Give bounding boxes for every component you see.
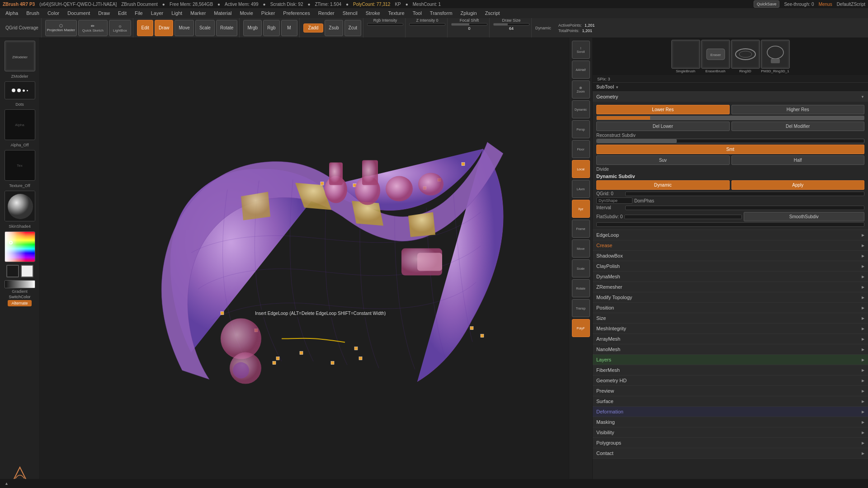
quicksave-button[interactable]: QuickSave xyxy=(754,0,780,8)
higher-res-button[interactable]: Higher Res xyxy=(731,105,865,114)
swatch-white[interactable] xyxy=(21,265,33,277)
lower-res-button[interactable]: Lower Res xyxy=(596,105,730,114)
dynamic-button[interactable]: Dynamic xyxy=(596,180,730,190)
menu-picker[interactable]: Picker xyxy=(258,9,279,17)
menu-material[interactable]: Material xyxy=(210,9,235,17)
brush-thumbnail[interactable]: ZModeler xyxy=(5,41,35,71)
contact-item[interactable]: Contact ▶ xyxy=(593,448,868,459)
crease-item[interactable]: Crease ▶ xyxy=(593,240,868,251)
swatch-black[interactable] xyxy=(6,265,19,277)
menu-brush[interactable]: Brush xyxy=(23,9,43,17)
deformation-item[interactable]: Deformation ▶ xyxy=(593,407,868,417)
arraymesh-item[interactable]: ArrayMesh ▶ xyxy=(593,334,868,344)
menu-draw[interactable]: Draw xyxy=(94,9,113,17)
visibility-item[interactable]: Visibility ▶ xyxy=(593,427,868,438)
menu-render[interactable]: Render xyxy=(315,9,338,17)
menu-transform[interactable]: Transform xyxy=(426,9,456,17)
m-button[interactable]: M xyxy=(281,20,297,36)
dots-preview[interactable] xyxy=(5,81,35,99)
texture-preview[interactable]: Tex xyxy=(5,150,35,181)
dynamic-view-button[interactable]: Dynamic xyxy=(572,100,590,118)
lightbox-button[interactable]: ☼ LightBox xyxy=(109,20,131,36)
eraser-brush-thumb[interactable]: Eraser xyxy=(701,40,730,69)
rotate-button[interactable]: Rotate xyxy=(216,20,237,36)
menu-movie[interactable]: Movie xyxy=(236,9,256,17)
material-preview[interactable] xyxy=(5,191,35,221)
subtool-header[interactable]: SubTool ▼ xyxy=(593,83,868,92)
zremesher-item[interactable]: ZRemesher ▶ xyxy=(593,282,868,292)
menu-light[interactable]: Light xyxy=(168,9,186,17)
menu-marker[interactable]: Marker xyxy=(187,9,209,17)
claypolish-item[interactable]: ClayPolish ▶ xyxy=(593,261,868,272)
menu-stencil[interactable]: Stencil xyxy=(339,9,361,17)
meshintegrity-item[interactable]: MeshIntegrity ▶ xyxy=(593,324,868,334)
laxm-button[interactable]: LAxm xyxy=(572,180,590,198)
zoom-button[interactable]: ⊕ Zoom xyxy=(572,80,590,99)
menu-color[interactable]: Color xyxy=(44,9,63,17)
menu-document[interactable]: Document xyxy=(64,9,94,17)
canvas-area[interactable]: Insert EdgeLoop (ALT=Delete EdgeLoop SHI… xyxy=(40,38,569,488)
zsub-button[interactable]: Zsub xyxy=(325,20,343,36)
masking-item[interactable]: Masking ▶ xyxy=(593,417,868,427)
scale-button[interactable]: Scale xyxy=(195,20,215,36)
menu-file[interactable]: File xyxy=(131,9,146,17)
rgb-button[interactable]: Rgb xyxy=(263,20,279,36)
xyz-button[interactable]: Xyz xyxy=(572,200,590,218)
position-item[interactable]: Position ▶ xyxy=(593,303,868,313)
color-picker[interactable] xyxy=(5,231,35,262)
smooth-subdiv-button[interactable]: SmoothSubdiv xyxy=(744,212,864,221)
menu-texture[interactable]: Texture xyxy=(385,9,408,17)
rotate-view-button[interactable]: Rotate xyxy=(572,279,590,297)
divide-label[interactable]: Divide xyxy=(596,167,609,172)
size-item[interactable]: Size ▶ xyxy=(593,313,868,324)
dynamesh-item[interactable]: DynaMesh ▶ xyxy=(593,272,868,282)
scroll-button[interactable]: ↕ Scroll xyxy=(572,41,590,59)
alpha-preview[interactable]: Alpha xyxy=(5,109,35,140)
surface-item[interactable]: Surface ▶ xyxy=(593,396,868,407)
floor-button[interactable]: Floor xyxy=(572,140,590,158)
defaultzscript-label[interactable]: DefaultZScript xyxy=(837,2,865,7)
pm-ring3d-thumb[interactable] xyxy=(761,40,790,69)
apply-button[interactable]: Apply xyxy=(731,180,865,190)
menu-preferences[interactable]: Preferences xyxy=(279,9,313,17)
menu-alpha[interactable]: Alpha xyxy=(2,9,22,17)
quick-sketch-button[interactable]: ✏ Quick Sketch xyxy=(78,20,108,36)
fibermesh-item[interactable]: FiberMesh ▶ xyxy=(593,365,868,375)
aahalf-button[interactable]: AAHalf xyxy=(572,61,590,79)
suv-button[interactable]: Suv xyxy=(596,155,730,165)
menu-layer[interactable]: Layer xyxy=(147,9,167,17)
switch-color-button[interactable]: SwitchColor xyxy=(9,295,30,299)
frame-button[interactable]: Frame xyxy=(572,220,590,238)
zadd-button[interactable]: Zadd xyxy=(303,23,324,33)
smt-button[interactable]: Smt xyxy=(596,145,864,154)
menu-edit[interactable]: Edit xyxy=(114,9,130,17)
persp-button[interactable]: Persp xyxy=(572,120,590,138)
ring3d-thumb[interactable] xyxy=(731,40,760,69)
gradient-bar[interactable] xyxy=(5,280,35,288)
move-view-button[interactable]: Move xyxy=(572,239,590,258)
menus-label[interactable]: Menus xyxy=(819,2,832,7)
menu-stroke[interactable]: Stroke xyxy=(362,9,384,17)
shadowbox-item[interactable]: ShadowBox ▶ xyxy=(593,251,868,261)
edgeloop-item[interactable]: EdgeLoop ▶ xyxy=(593,230,868,240)
menu-zscript[interactable]: Zscript xyxy=(481,9,504,17)
modify-topology-item[interactable]: Modify Topology ▶ xyxy=(593,292,868,303)
move-button[interactable]: Move xyxy=(175,20,193,36)
zcut-button[interactable]: Zcut xyxy=(344,20,361,36)
preview-item[interactable]: Preview ▶ xyxy=(593,386,868,396)
del-lower-button[interactable]: Del Lower xyxy=(596,122,730,131)
local-button[interactable]: Local xyxy=(572,160,590,178)
scale-view-button[interactable]: Scale xyxy=(572,259,590,277)
draw-button[interactable]: Draw xyxy=(155,20,173,36)
alternate-button[interactable]: Alternate xyxy=(8,300,31,306)
layers-item[interactable]: Layers ▶ xyxy=(593,355,868,365)
polygroups-item[interactable]: Polygroups ▶ xyxy=(593,438,868,448)
menu-zplugin[interactable]: Zplugin xyxy=(457,9,481,17)
geometry-header[interactable]: Geometry ▼ xyxy=(593,92,868,102)
nanomesh-item[interactable]: NanoMesh ▶ xyxy=(593,344,868,355)
projection-master-button[interactable]: ⬡ Projection Master xyxy=(45,20,77,36)
geometry-hd-item[interactable]: Geometry HD ▶ xyxy=(593,375,868,386)
transp-button[interactable]: Transp xyxy=(572,299,590,317)
menu-tool[interactable]: Tool xyxy=(409,9,425,17)
single-brush-thumb[interactable] xyxy=(671,40,700,69)
